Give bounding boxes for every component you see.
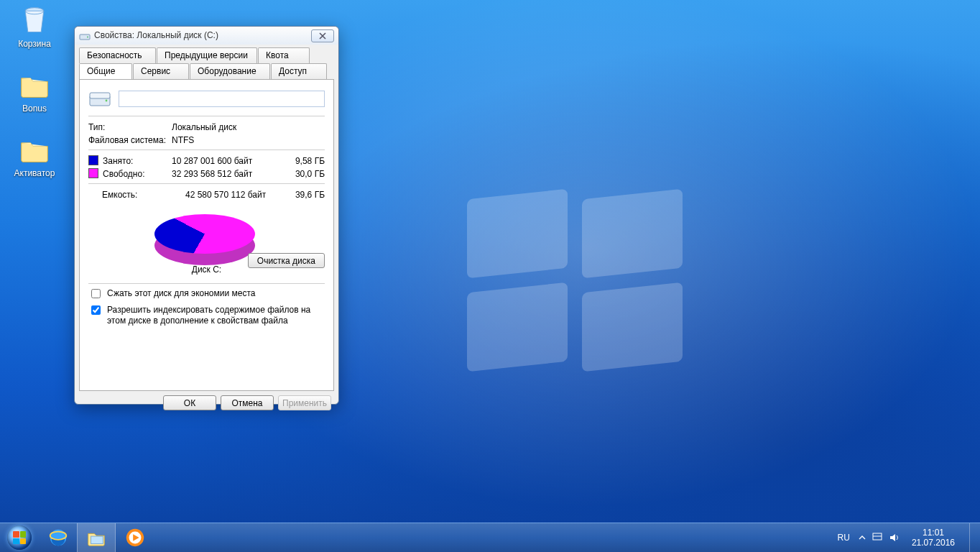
language-indicator[interactable]: RU xyxy=(835,533,853,543)
tab-strip: Безопасность Предыдущие версии Квота Общ… xyxy=(75,45,338,79)
taskbar-item-explorer[interactable] xyxy=(77,523,116,552)
apply-button[interactable]: Применить xyxy=(278,395,331,410)
tab-sharing[interactable]: Доступ xyxy=(271,63,327,79)
start-button[interactable] xyxy=(0,523,39,552)
folder-icon xyxy=(19,69,50,101)
window-title: Свойства: Локальный диск (C:) xyxy=(94,27,218,45)
drive-icon xyxy=(79,30,91,42)
close-button[interactable] xyxy=(311,29,334,42)
properties-window: Свойства: Локальный диск (C:) Безопаснос… xyxy=(74,26,339,405)
clock-date: 21.07.2016 xyxy=(912,538,955,548)
tab-security[interactable]: Безопасность xyxy=(79,47,156,63)
used-human: 9,58 ГБ xyxy=(282,155,325,167)
index-checkbox-row: Разрешить индексировать содержимое файло… xyxy=(88,305,325,326)
capacity-human: 39,6 ГБ xyxy=(282,188,325,201)
compress-label[interactable]: Сжать этот диск для экономии места xyxy=(107,288,325,299)
titlebar[interactable]: Свойства: Локальный диск (C:) xyxy=(75,27,338,45)
type-label: Тип: xyxy=(88,121,172,134)
tab-general[interactable]: Общие xyxy=(79,63,132,79)
filesystem-label: Файловая система: xyxy=(88,134,172,147)
usage-pie-chart xyxy=(154,206,255,263)
dialog-buttons: ОК Отмена Применить xyxy=(75,395,338,416)
volume-name-input[interactable] xyxy=(119,91,325,107)
desktop-icon-activator[interactable]: Активатор xyxy=(6,134,63,178)
capacity-bytes: 42 580 570 112 байт xyxy=(185,188,282,201)
taskbar-item-media-player[interactable] xyxy=(116,523,154,552)
free-human: 30,0 ГБ xyxy=(282,167,325,180)
desktop-icon-recycle-bin[interactable]: Корзина xyxy=(6,4,63,49)
index-label[interactable]: Разрешить индексировать содержимое файло… xyxy=(107,305,325,326)
windows-start-icon xyxy=(13,531,26,544)
system-tray: RU 11:01 21.07.2016 xyxy=(828,523,980,552)
used-bytes: 10 287 001 600 байт xyxy=(172,155,282,167)
taskbar-item-ie[interactable] xyxy=(39,523,77,552)
tab-panel-general: Тип:Локальный диск Файловая система:NTFS… xyxy=(79,79,334,391)
action-center-icon[interactable] xyxy=(872,532,883,543)
cancel-button[interactable]: Отмена xyxy=(221,395,274,410)
recycle-bin-icon xyxy=(19,4,50,36)
desktop-icon-label: Bonus xyxy=(6,104,63,114)
free-bytes: 32 293 568 512 байт xyxy=(172,167,282,180)
drive-large-icon xyxy=(88,87,111,110)
close-icon xyxy=(318,32,327,40)
volume-icon[interactable] xyxy=(889,532,900,543)
free-label: Свободно: xyxy=(88,167,172,180)
taskbar: RU 11:01 21.07.2016 xyxy=(0,523,980,552)
ok-button[interactable]: ОК xyxy=(163,395,216,410)
internet-explorer-icon xyxy=(47,527,69,548)
compress-checkbox[interactable] xyxy=(91,289,101,298)
desktop-icon-label: Активатор xyxy=(6,168,63,178)
media-player-icon xyxy=(124,527,146,548)
tray-show-hidden-icons[interactable] xyxy=(859,534,866,541)
type-value: Локальный диск xyxy=(172,121,325,134)
svg-rect-5 xyxy=(90,93,110,98)
show-desktop-button[interactable] xyxy=(969,523,977,552)
wallpaper-windows-logo xyxy=(467,194,697,388)
desktop[interactable]: Корзина Bonus Активатор Свойства: Локаль… xyxy=(0,0,980,552)
compress-checkbox-row: Сжать этот диск для экономии места xyxy=(88,288,325,300)
clock-time: 11:01 xyxy=(912,528,955,538)
svg-point-3 xyxy=(87,36,88,37)
index-checkbox[interactable] xyxy=(91,305,101,315)
taskbar-clock[interactable]: 11:01 21.07.2016 xyxy=(906,528,961,548)
file-explorer-icon xyxy=(85,527,107,548)
capacity-label: Емкость: xyxy=(88,188,185,201)
svg-rect-9 xyxy=(91,536,103,543)
desktop-icon-bonus[interactable]: Bonus xyxy=(6,69,63,114)
tab-hardware[interactable]: Оборудование xyxy=(190,63,270,79)
tab-quota[interactable]: Квота xyxy=(258,47,310,63)
filesystem-value: NTFS xyxy=(172,134,325,147)
folder-icon xyxy=(19,134,50,165)
used-label: Занято: xyxy=(88,155,172,167)
tab-previous-versions[interactable]: Предыдущие версии xyxy=(157,47,257,63)
desktop-icon-label: Корзина xyxy=(6,39,63,49)
disk-cleanup-button[interactable]: Очистка диска xyxy=(248,253,325,268)
svg-point-6 xyxy=(106,100,108,102)
tab-tools[interactable]: Сервис xyxy=(133,63,189,79)
